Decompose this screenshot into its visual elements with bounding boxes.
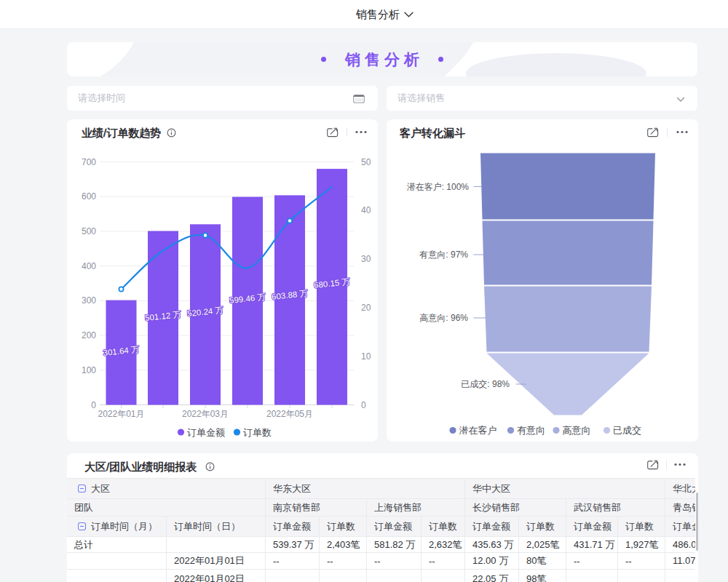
svg-text:订单数: 订单数: [243, 427, 272, 438]
svg-text:50: 50: [361, 157, 371, 167]
svg-text:100: 100: [82, 365, 96, 375]
svg-text:20: 20: [361, 303, 371, 313]
svg-text:40: 40: [361, 205, 371, 215]
svg-text:有意向: 有意向: [517, 425, 545, 436]
svg-text:有意向: 97%: 有意向: 97%: [419, 250, 468, 260]
svg-text:订单金额: 订单金额: [187, 427, 225, 438]
svg-text:300: 300: [82, 295, 96, 306]
svg-text:2022年03月: 2022年03月: [182, 409, 229, 419]
svg-text:潜在客户: 100%: 潜在客户: 100%: [407, 182, 470, 192]
svg-text:500: 500: [82, 226, 96, 236]
svg-text:10: 10: [361, 351, 371, 362]
svg-text:潜在客户: 潜在客户: [459, 425, 497, 436]
svg-text:2022年01月: 2022年01月: [98, 409, 144, 419]
svg-text:0: 0: [361, 400, 366, 410]
svg-text:高意向: 高意向: [563, 425, 591, 436]
svg-text:400: 400: [82, 261, 96, 271]
svg-text:已成交: 98%: 已成交: 98%: [461, 379, 510, 389]
svg-text:已成交: 已成交: [613, 425, 641, 436]
svg-text:700: 700: [82, 157, 96, 167]
svg-text:200: 200: [82, 330, 96, 340]
svg-text:2022年05月: 2022年05月: [266, 409, 313, 419]
svg-text:30: 30: [361, 254, 371, 264]
svg-text:0: 0: [91, 400, 96, 410]
svg-text:600: 600: [82, 191, 96, 202]
svg-text:高意向: 96%: 高意向: 96%: [419, 313, 468, 323]
